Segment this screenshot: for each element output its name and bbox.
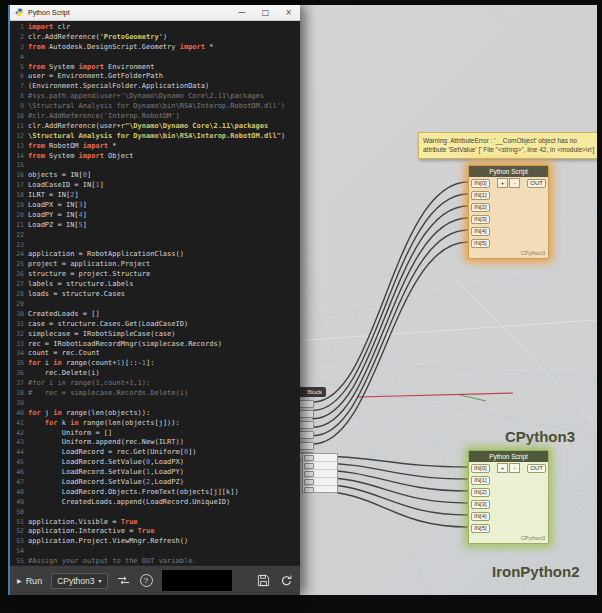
code-line[interactable]: 9\Structural Analysis for Dynamo\bin\RSA…: [10, 102, 300, 112]
help-icon[interactable]: ?: [140, 574, 153, 587]
node-title[interactable]: Python Script: [469, 166, 548, 177]
remove-input-button[interactable]: -: [509, 178, 520, 188]
port-chip[interactable]: [298, 442, 314, 450]
code-line[interactable]: 37#for i in range(1,count+1,1):: [10, 379, 300, 389]
python-script-node-warning[interactable]: Python ScriptIN[0]+-OUTIN[1]IN[2]IN[3]IN…: [468, 165, 549, 259]
code-line[interactable]: 41 for k in range(len(objects[j])):: [10, 419, 300, 429]
code-line[interactable]: 14from System import Object: [10, 152, 300, 162]
revert-icon[interactable]: [279, 574, 293, 588]
code-line[interactable]: 50: [10, 508, 300, 518]
code-line[interactable]: 39: [10, 399, 300, 409]
note-ironpython2[interactable]: IronPython2: [492, 563, 580, 580]
code-line[interactable]: 2clr.AddReference('ProtoGeometry'): [10, 33, 300, 43]
code-line[interactable]: 12\Structural Analysis for Dynamo\bin\RS…: [10, 132, 300, 142]
code-line[interactable]: 42 Uniform = []: [10, 429, 300, 439]
code-line[interactable]: 40for j in range(len(objects)):: [10, 409, 300, 419]
code-line[interactable]: 28loads = structure.Cases: [10, 290, 300, 300]
code-line[interactable]: 26structure = project.Structure: [10, 270, 300, 280]
migration-assistant-icon[interactable]: [117, 574, 131, 588]
close-button[interactable]: ×: [285, 8, 292, 18]
code-line[interactable]: 6user = Environment.GetFolderPath: [10, 72, 300, 82]
input-port[interactable]: IN[2]: [471, 488, 490, 497]
input-port[interactable]: IN[0]: [471, 179, 490, 188]
code-line[interactable]: 7(Environment.SpecialFolder.ApplicationD…: [10, 82, 300, 92]
engine-selector[interactable]: CPython3 ▾: [51, 573, 107, 589]
code-line[interactable]: 49 CreatedLoads.append(LoadRecord.Unique…: [10, 498, 300, 508]
code-line[interactable]: 24application = RobotApplicationClass(): [10, 250, 300, 260]
note-cpython3[interactable]: CPython3: [505, 428, 575, 445]
code-line[interactable]: 17LoadCaseID = IN[1]: [10, 181, 300, 191]
code-line[interactable]: 48 LoadRecord.Objects.FromText(objects[j…: [10, 488, 300, 498]
code-line[interactable]: 35for i in range(count+1)[::-1]:: [10, 359, 300, 369]
code-line[interactable]: 52application.Interactive = True: [10, 527, 300, 537]
code-line[interactable]: 4: [10, 53, 300, 63]
code-line[interactable]: 20LoadPY = IN[4]: [10, 211, 300, 221]
input-port[interactable]: IN[5]: [471, 524, 490, 533]
input-port[interactable]: IN[0]: [471, 464, 490, 473]
code-line[interactable]: 23: [10, 241, 300, 251]
port-chip[interactable]: [298, 421, 314, 429]
input-port[interactable]: IN[3]: [471, 215, 490, 224]
code-line[interactable]: 5from System import Environment: [10, 63, 300, 73]
code-line[interactable]: 31case = structure.Cases.Get(LoadCaseID): [10, 320, 300, 330]
code-line[interactable]: 32simplecase = IRobotSimpleCase(case): [10, 330, 300, 340]
code-line[interactable]: 16objects = IN[0]: [10, 171, 300, 181]
code-line[interactable]: 8#sys.path.append(user+'\Dynamo\Dynamo C…: [10, 92, 300, 102]
node-title[interactable]: Python Script: [469, 451, 548, 462]
port-chip[interactable]: [304, 487, 314, 493]
code-line[interactable]: 3from Autodesk.DesignScript.Geometry imp…: [10, 43, 300, 53]
input-port[interactable]: IN[1]: [471, 191, 490, 200]
python-script-node-selected[interactable]: Python ScriptIN[0]+-OUTIN[1]IN[2]IN[3]IN…: [468, 450, 549, 544]
output-port[interactable]: OUT: [527, 179, 546, 188]
code-line[interactable]: 38# rec = simplecase.Records.Delete(i): [10, 389, 300, 399]
code-line[interactable]: 36 rec.Delete(i): [10, 369, 300, 379]
code-line[interactable]: 33rec = IRobotLoadRecordMngr(simplecase.…: [10, 340, 300, 350]
input-port[interactable]: IN[3]: [471, 500, 490, 509]
code-line[interactable]: 44 LoadRecord = rec.Get(Uniform[0]): [10, 448, 300, 458]
code-line[interactable]: 30CreatedLoads = []: [10, 310, 300, 320]
titlebar[interactable]: Python Script — □ ×: [10, 5, 300, 21]
input-port[interactable]: IN[5]: [471, 239, 490, 248]
code-line[interactable]: 46 LoadRecord.SetValue(1,LoadPY): [10, 468, 300, 478]
wire[interactable]: [314, 491, 468, 527]
code-line[interactable]: 22: [10, 231, 300, 241]
code-line[interactable]: 45 LoadRecord.SetValue(0,LoadPX): [10, 458, 300, 468]
port-chip[interactable]: [304, 463, 314, 469]
code-line[interactable]: 51application.Visible = True: [10, 518, 300, 528]
add-input-button[interactable]: +: [497, 463, 508, 473]
save-icon[interactable]: [256, 574, 270, 588]
port-chip[interactable]: [298, 410, 314, 418]
code-line[interactable]: 55#Assign your output to the OUT variabl…: [10, 557, 300, 565]
code-line[interactable]: 21LoadPZ = IN[5]: [10, 221, 300, 231]
code-line[interactable]: 19LoadPX = IN[3]: [10, 201, 300, 211]
code-line[interactable]: 54: [10, 547, 300, 557]
minimize-button[interactable]: —: [238, 8, 246, 18]
code-line[interactable]: 25project = application.Project: [10, 260, 300, 270]
code-line[interactable]: 27labels = structure.Labels: [10, 280, 300, 290]
list-node-partial[interactable]: [302, 453, 338, 493]
output-port[interactable]: OUT: [527, 464, 546, 473]
port-chip[interactable]: [304, 479, 314, 485]
code-line[interactable]: 1import clr: [10, 23, 300, 33]
code-line[interactable]: 34count = rec.Count: [10, 349, 300, 359]
code-line[interactable]: 47 LoadRecord.SetValue(2,LoadPZ): [10, 478, 300, 488]
code-line[interactable]: 29: [10, 300, 300, 310]
maximize-button[interactable]: □: [262, 8, 270, 18]
input-port[interactable]: IN[1]: [471, 476, 490, 485]
input-port[interactable]: IN[4]: [471, 512, 490, 521]
port-chip[interactable]: [304, 471, 314, 477]
add-input-button[interactable]: +: [497, 178, 508, 188]
run-button[interactable]: ▶ Run: [17, 576, 42, 586]
code-line[interactable]: 18ILRT = IN[2]: [10, 191, 300, 201]
code-line[interactable]: 53application.Project.ViewMngr.Refresh(): [10, 537, 300, 547]
port-chip[interactable]: [304, 455, 314, 461]
code-line[interactable]: 13from RobotOM import *: [10, 142, 300, 152]
input-port[interactable]: IN[4]: [471, 227, 490, 236]
code-line[interactable]: 10#clr.AddReference('Interop.RobotOM'): [10, 112, 300, 122]
code-line[interactable]: 11clr.AddReference(user+r"\Dynamo\Dynamo…: [10, 122, 300, 132]
port-chip[interactable]: [298, 400, 314, 408]
wire[interactable]: [313, 242, 468, 444]
input-port[interactable]: IN[2]: [471, 203, 490, 212]
port-chip[interactable]: [298, 431, 314, 439]
code-line[interactable]: 15: [10, 161, 300, 171]
